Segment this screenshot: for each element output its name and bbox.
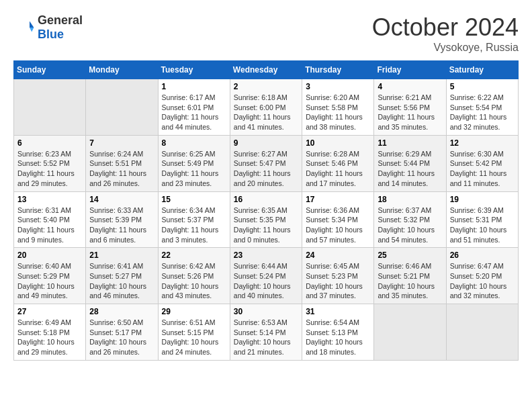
calendar-cell: 2Sunrise: 6:18 AM Sunset: 6:00 PM Daylig…	[230, 79, 302, 136]
day-info: Sunrise: 6:24 AM Sunset: 5:51 PM Dayligh…	[89, 149, 154, 189]
day-number: 20	[17, 250, 82, 260]
calendar-cell: 30Sunrise: 6:53 AM Sunset: 5:14 PM Dayli…	[230, 304, 302, 361]
day-header-sunday: Sunday	[14, 61, 86, 79]
day-number: 15	[162, 195, 226, 204]
calendar-cell: 25Sunrise: 6:46 AM Sunset: 5:21 PM Dayli…	[374, 248, 446, 304]
day-number: 6	[17, 138, 82, 148]
calendar-cell: 9Sunrise: 6:27 AM Sunset: 5:47 PM Daylig…	[230, 135, 302, 191]
day-number: 26	[450, 250, 515, 260]
calendar-cell: 6Sunrise: 6:23 AM Sunset: 5:52 PM Daylig…	[14, 135, 86, 191]
logo: General Blue	[13, 13, 83, 42]
calendar-cell: 19Sunrise: 6:39 AM Sunset: 5:31 PM Dayli…	[446, 191, 518, 248]
day-number: 12	[450, 138, 515, 148]
day-info: Sunrise: 6:34 AM Sunset: 5:37 PM Dayligh…	[162, 205, 226, 245]
day-number: 27	[17, 307, 82, 316]
logo-icon	[13, 17, 35, 38]
day-info: Sunrise: 6:41 AM Sunset: 5:27 PM Dayligh…	[89, 261, 154, 301]
day-number: 5	[450, 82, 515, 91]
day-number: 17	[306, 195, 370, 204]
day-number: 29	[162, 307, 226, 316]
logo-blue-text: Blue	[38, 28, 64, 41]
day-info: Sunrise: 6:54 AM Sunset: 5:13 PM Dayligh…	[306, 318, 370, 357]
day-info: Sunrise: 6:30 AM Sunset: 5:42 PM Dayligh…	[450, 149, 515, 189]
page-header: General Blue October 2024 Vysokoye, Russ…	[13, 13, 519, 54]
calendar-cell: 5Sunrise: 6:22 AM Sunset: 5:54 PM Daylig…	[446, 79, 518, 136]
day-header-friday: Friday	[374, 61, 446, 79]
calendar-cell: 13Sunrise: 6:31 AM Sunset: 5:40 PM Dayli…	[14, 191, 86, 248]
day-number: 14	[89, 195, 154, 204]
day-info: Sunrise: 6:53 AM Sunset: 5:14 PM Dayligh…	[234, 318, 298, 357]
day-number: 23	[234, 250, 298, 260]
day-info: Sunrise: 6:42 AM Sunset: 5:26 PM Dayligh…	[162, 261, 226, 301]
day-number: 25	[378, 250, 442, 260]
calendar-cell: 24Sunrise: 6:45 AM Sunset: 5:23 PM Dayli…	[302, 248, 374, 304]
day-number: 19	[450, 195, 515, 204]
day-number: 18	[378, 195, 442, 204]
day-number: 8	[162, 138, 226, 148]
day-info: Sunrise: 6:33 AM Sunset: 5:39 PM Dayligh…	[89, 205, 154, 245]
day-info: Sunrise: 6:20 AM Sunset: 5:58 PM Dayligh…	[306, 93, 370, 132]
day-info: Sunrise: 6:37 AM Sunset: 5:32 PM Dayligh…	[378, 205, 442, 245]
calendar-cell: 11Sunrise: 6:29 AM Sunset: 5:44 PM Dayli…	[374, 135, 446, 191]
calendar-cell: 16Sunrise: 6:35 AM Sunset: 5:35 PM Dayli…	[230, 191, 302, 248]
day-header-wednesday: Wednesday	[230, 61, 302, 79]
calendar-cell: 12Sunrise: 6:30 AM Sunset: 5:42 PM Dayli…	[446, 135, 518, 191]
day-info: Sunrise: 6:28 AM Sunset: 5:46 PM Dayligh…	[306, 149, 370, 189]
day-number: 28	[89, 307, 154, 316]
calendar-cell: 28Sunrise: 6:50 AM Sunset: 5:17 PM Dayli…	[86, 304, 158, 361]
day-info: Sunrise: 6:49 AM Sunset: 5:18 PM Dayligh…	[17, 318, 82, 357]
day-number: 13	[17, 195, 82, 204]
calendar-cell: 3Sunrise: 6:20 AM Sunset: 5:58 PM Daylig…	[302, 79, 374, 136]
calendar-cell: 10Sunrise: 6:28 AM Sunset: 5:46 PM Dayli…	[302, 135, 374, 191]
day-info: Sunrise: 6:44 AM Sunset: 5:24 PM Dayligh…	[234, 261, 298, 301]
day-info: Sunrise: 6:36 AM Sunset: 5:34 PM Dayligh…	[306, 205, 370, 245]
day-header-monday: Monday	[86, 61, 158, 79]
calendar-cell: 8Sunrise: 6:25 AM Sunset: 5:49 PM Daylig…	[158, 135, 230, 191]
calendar-cell: 15Sunrise: 6:34 AM Sunset: 5:37 PM Dayli…	[158, 191, 230, 248]
calendar-header: SundayMondayTuesdayWednesdayThursdayFrid…	[14, 61, 519, 79]
calendar-cell: 17Sunrise: 6:36 AM Sunset: 5:34 PM Dayli…	[302, 191, 374, 248]
calendar-cell: 22Sunrise: 6:42 AM Sunset: 5:26 PM Dayli…	[158, 248, 230, 304]
day-info: Sunrise: 6:40 AM Sunset: 5:29 PM Dayligh…	[17, 261, 82, 301]
day-number: 9	[234, 138, 298, 148]
location: Vysokoye, Russia	[372, 42, 519, 54]
calendar-cell: 7Sunrise: 6:24 AM Sunset: 5:51 PM Daylig…	[86, 135, 158, 191]
day-info: Sunrise: 6:46 AM Sunset: 5:21 PM Dayligh…	[378, 261, 442, 301]
calendar-cell: 29Sunrise: 6:51 AM Sunset: 5:15 PM Dayli…	[158, 304, 230, 361]
day-number: 4	[378, 82, 442, 91]
day-info: Sunrise: 6:39 AM Sunset: 5:31 PM Dayligh…	[450, 205, 515, 245]
month-title: October 2024	[372, 13, 519, 42]
logo-general-text: General	[38, 13, 83, 27]
calendar-cell	[446, 304, 518, 361]
day-info: Sunrise: 6:31 AM Sunset: 5:40 PM Dayligh…	[17, 205, 82, 245]
title-block: October 2024 Vysokoye, Russia	[372, 13, 519, 54]
day-info: Sunrise: 6:22 AM Sunset: 5:54 PM Dayligh…	[450, 93, 515, 132]
calendar-cell: 26Sunrise: 6:47 AM Sunset: 5:20 PM Dayli…	[446, 248, 518, 304]
calendar-cell: 18Sunrise: 6:37 AM Sunset: 5:32 PM Dayli…	[374, 191, 446, 248]
calendar-cell: 20Sunrise: 6:40 AM Sunset: 5:29 PM Dayli…	[14, 248, 86, 304]
calendar-cell: 31Sunrise: 6:54 AM Sunset: 5:13 PM Dayli…	[302, 304, 374, 361]
day-number: 16	[234, 195, 298, 204]
day-header-saturday: Saturday	[446, 61, 518, 79]
header-row: SundayMondayTuesdayWednesdayThursdayFrid…	[14, 61, 519, 79]
calendar-table: SundayMondayTuesdayWednesdayThursdayFrid…	[13, 60, 519, 361]
day-number: 21	[89, 250, 154, 260]
week-row-5: 27Sunrise: 6:49 AM Sunset: 5:18 PM Dayli…	[14, 304, 519, 361]
calendar-cell: 21Sunrise: 6:41 AM Sunset: 5:27 PM Dayli…	[86, 248, 158, 304]
day-number: 2	[234, 82, 298, 91]
calendar-cell: 1Sunrise: 6:17 AM Sunset: 6:01 PM Daylig…	[158, 79, 230, 136]
week-row-4: 20Sunrise: 6:40 AM Sunset: 5:29 PM Dayli…	[14, 248, 519, 304]
day-number: 30	[234, 307, 298, 316]
calendar-body: 1Sunrise: 6:17 AM Sunset: 6:01 PM Daylig…	[14, 79, 519, 361]
calendar-cell: 4Sunrise: 6:21 AM Sunset: 5:56 PM Daylig…	[374, 79, 446, 136]
day-number: 1	[162, 82, 226, 91]
day-info: Sunrise: 6:17 AM Sunset: 6:01 PM Dayligh…	[162, 93, 226, 132]
calendar-cell: 23Sunrise: 6:44 AM Sunset: 5:24 PM Dayli…	[230, 248, 302, 304]
day-info: Sunrise: 6:35 AM Sunset: 5:35 PM Dayligh…	[234, 205, 298, 245]
calendar-cell	[86, 79, 158, 136]
day-number: 22	[162, 250, 226, 260]
day-info: Sunrise: 6:25 AM Sunset: 5:49 PM Dayligh…	[162, 149, 226, 189]
day-info: Sunrise: 6:18 AM Sunset: 6:00 PM Dayligh…	[234, 93, 298, 132]
day-header-tuesday: Tuesday	[158, 61, 230, 79]
calendar-cell: 14Sunrise: 6:33 AM Sunset: 5:39 PM Dayli…	[86, 191, 158, 248]
